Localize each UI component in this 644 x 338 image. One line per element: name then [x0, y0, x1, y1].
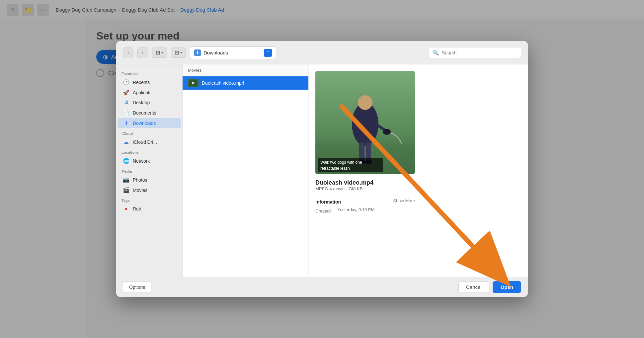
sidebar-item-downloads-label: Downloads [133, 121, 156, 126]
icloud-label: iCloud [116, 128, 182, 137]
svg-text:retractable leash: retractable leash [320, 166, 350, 171]
options-button[interactable]: Options [123, 282, 151, 293]
sidebar-item-photos-label: Photos [133, 177, 147, 183]
file-list-area: Movies Duoleash video.mp4 [183, 64, 309, 277]
svg-point-6 [358, 95, 372, 110]
preview-show-more[interactable]: Show More [393, 198, 415, 203]
preview-info-label: Information [315, 199, 341, 205]
red-tag-icon: ● [123, 206, 129, 212]
downloads-icon: ⬇ [123, 120, 129, 126]
svg-point-8 [383, 129, 391, 135]
file-thumbnail [188, 79, 199, 87]
sidebar-item-recents-label: Recents [133, 80, 150, 85]
recents-icon: 🕐 [123, 79, 129, 85]
sidebar-item-network[interactable]: 🌐 Network [118, 156, 181, 166]
sidebar-item-documents-label: Documents [133, 110, 156, 116]
cancel-button[interactable]: Cancel [458, 281, 489, 293]
preview-image: Walk two dogs with one retractable leash [315, 71, 415, 174]
search-input[interactable] [442, 50, 517, 55]
sidebar-item-desktop[interactable]: 🖥 Desktop [118, 98, 181, 108]
forward-button[interactable]: › [137, 47, 148, 58]
dialog-sidebar: Favorites 🕐 Recents 🚀 Applicati... 🖥 Des… [116, 64, 183, 277]
search-icon: 🔍 [433, 49, 439, 56]
preview-area: Walk two dogs with one retractable leash… [309, 64, 528, 277]
sidebar-item-applications-label: Applicati... [133, 90, 154, 95]
sidebar-item-movies[interactable]: 🎬 Movies [118, 185, 181, 195]
file-item-name: Duoleash video.mp4 [202, 80, 244, 86]
preview-svg: Walk two dogs with one retractable leash [315, 71, 415, 174]
file-list-column-header: Movies [183, 64, 308, 76]
sidebar-item-desktop-label: Desktop [133, 100, 150, 105]
footer-right-buttons: Cancel Open [458, 281, 521, 293]
location-dropdown[interactable]: ⬇ Downloads ⌃ [190, 46, 276, 59]
sidebar-item-downloads[interactable]: ⬇ Downloads [118, 118, 181, 128]
column-view-btn[interactable]: ⊞ ▾ [152, 48, 167, 57]
preview-filename: Duoleash video.mp4 [315, 179, 373, 186]
tags-label: Tags [116, 195, 182, 204]
view-toggle-columns[interactable]: ⊞ ▾ [152, 47, 167, 58]
sidebar-item-recents[interactable]: 🕐 Recents [118, 77, 181, 87]
sidebar-item-documents[interactable]: 📄 Documents [118, 108, 181, 118]
movies-icon: 🎬 [123, 187, 129, 193]
file-picker-dialog: ‹ › ⊞ ▾ ⊟ ▾ ⬇ Downloads ⌃ 🔍 [116, 41, 528, 297]
open-button[interactable]: Open [493, 281, 521, 293]
sidebar-item-photos[interactable]: 📷 Photos [118, 175, 181, 185]
network-icon: 🌐 [123, 158, 129, 164]
file-item-duoleash-video[interactable]: Duoleash video.mp4 [183, 76, 308, 90]
dialog-body: Favorites 🕐 Recents 🚀 Applicati... 🖥 Des… [116, 64, 528, 277]
sidebar-item-network-label: Network [133, 158, 150, 164]
desktop-icon: 🖥 [123, 100, 129, 106]
sidebar-item-icloud-drive[interactable]: ☁ iCloud Dri... [118, 137, 181, 147]
grid-view-btn[interactable]: ⊟ ▾ [171, 48, 186, 57]
preview-meta: MPEG-4 movie - 748 KB [315, 186, 373, 191]
sidebar-item-applications[interactable]: 🚀 Applicati... [118, 87, 181, 98]
sidebar-item-red-label: Red [133, 206, 141, 211]
svg-text:Walk two dogs with one: Walk two dogs with one [320, 160, 362, 165]
preview-created-label: Created [315, 209, 331, 213]
location-folder-icon: ⬇ [194, 49, 201, 56]
dialog-toolbar: ‹ › ⊞ ▾ ⊟ ▾ ⬇ Downloads ⌃ 🔍 [116, 41, 528, 64]
favorites-label: Favorites [116, 68, 182, 77]
sidebar-item-icloud-label: iCloud Dri... [133, 139, 157, 145]
media-label: Media [116, 166, 182, 175]
back-button[interactable]: ‹ [123, 47, 133, 58]
photos-icon: 📷 [123, 177, 129, 183]
documents-icon: 📄 [123, 110, 129, 116]
location-name: Downloads [203, 50, 261, 55]
search-box[interactable]: 🔍 [428, 47, 521, 58]
sidebar-item-red-tag[interactable]: ● Red [118, 204, 181, 214]
icloud-icon: ☁ [123, 139, 129, 145]
view-toggle-grid[interactable]: ⊟ ▾ [171, 47, 186, 58]
location-chevron-icon: ⌃ [264, 49, 272, 57]
applications-icon: 🚀 [123, 89, 129, 96]
sidebar-item-movies-label: Movies [133, 188, 147, 193]
preview-created-value: Yesterday, 9:10 PM [337, 207, 374, 213]
locations-label: Locations [116, 147, 182, 156]
modal-overlay: ‹ › ⊞ ▾ ⊟ ▾ ⬇ Downloads ⌃ 🔍 [0, 0, 644, 338]
dialog-footer: Options Cancel Open [116, 277, 528, 297]
